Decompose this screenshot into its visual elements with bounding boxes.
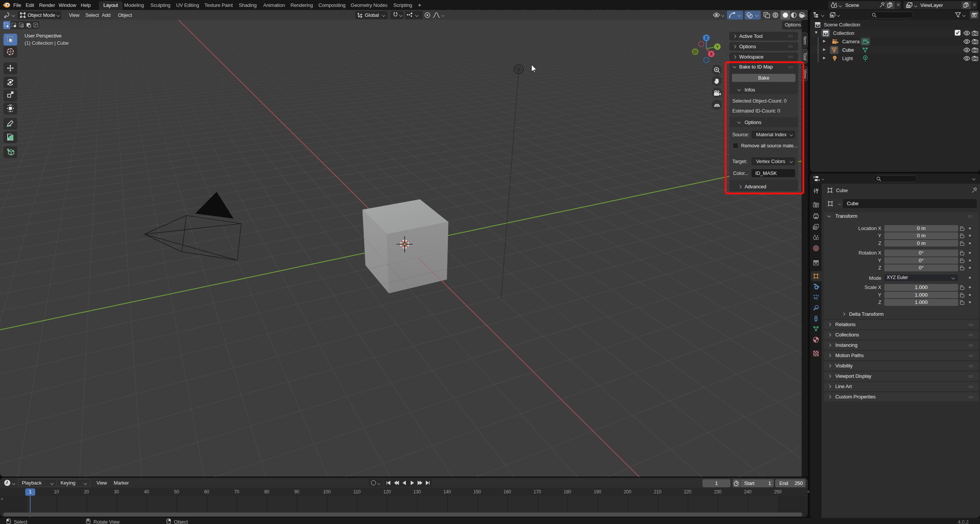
- svg-text:Z: Z: [705, 36, 707, 40]
- svg-text:X: X: [710, 52, 713, 56]
- svg-text:Y: Y: [716, 45, 719, 49]
